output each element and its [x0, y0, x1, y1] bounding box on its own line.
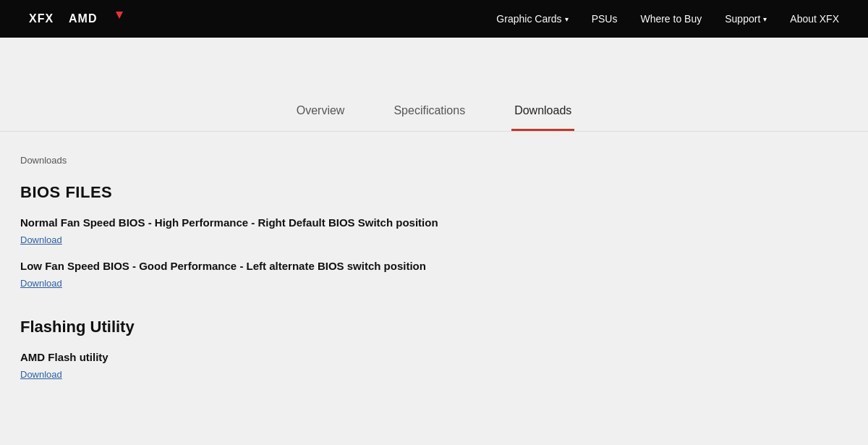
bios-section: BIOS FILES Normal Fan Speed BIOS - High …: [20, 183, 848, 292]
bios-item-2-title: Low Fan Speed BIOS - Good Performance - …: [20, 260, 848, 272]
tabs-container: Overview Specifications Downloads: [0, 38, 868, 132]
bios-section-title: BIOS FILES: [20, 183, 848, 202]
bios-item-1-title: Normal Fan Speed BIOS - High Performance…: [20, 216, 848, 229]
main-content: Downloads BIOS FILES Normal Fan Speed BI…: [0, 132, 868, 438]
flash-item-1-download-link[interactable]: Download: [20, 369, 62, 380]
nav-item-support[interactable]: Support ▾: [725, 13, 767, 25]
tab-specifications[interactable]: Specifications: [391, 96, 468, 131]
chevron-down-icon: ▾: [565, 15, 569, 23]
bios-item-2: Low Fan Speed BIOS - Good Performance - …: [20, 260, 848, 292]
tabs: Overview Specifications Downloads: [294, 96, 575, 131]
svg-text:XFX: XFX: [29, 12, 54, 25]
svg-text:AMD: AMD: [69, 12, 97, 25]
bios-item-2-download-link[interactable]: Download: [20, 278, 62, 289]
flashing-section: Flashing Utility AMD Flash utility Downl…: [20, 318, 848, 383]
logo: XFX AMD: [29, 9, 123, 30]
nav-item-graphic-cards[interactable]: Graphic Cards ▾: [496, 13, 568, 25]
svg-marker-2: [116, 12, 123, 19]
nav-item-where-to-buy[interactable]: Where to Buy: [640, 13, 702, 25]
tab-downloads[interactable]: Downloads: [511, 96, 574, 131]
flash-item-1-title: AMD Flash utility: [20, 351, 848, 363]
navbar: XFX AMD Graphic Cards ▾ PSUs Where to Bu…: [0, 0, 868, 38]
breadcrumb: Downloads: [20, 155, 848, 166]
nav-menu: Graphic Cards ▾ PSUs Where to Buy Suppor…: [496, 13, 839, 25]
bios-item-1: Normal Fan Speed BIOS - High Performance…: [20, 216, 848, 248]
xfx-logo-text: XFX AMD: [29, 9, 123, 30]
nav-item-psus[interactable]: PSUs: [592, 13, 618, 25]
tab-overview[interactable]: Overview: [294, 96, 348, 131]
flash-item-1: AMD Flash utility Download: [20, 351, 848, 383]
chevron-down-icon: ▾: [763, 15, 767, 23]
nav-item-about-xfx[interactable]: About XFX: [790, 13, 839, 25]
bios-item-1-download-link[interactable]: Download: [20, 234, 62, 245]
flashing-section-title: Flashing Utility: [20, 318, 848, 336]
